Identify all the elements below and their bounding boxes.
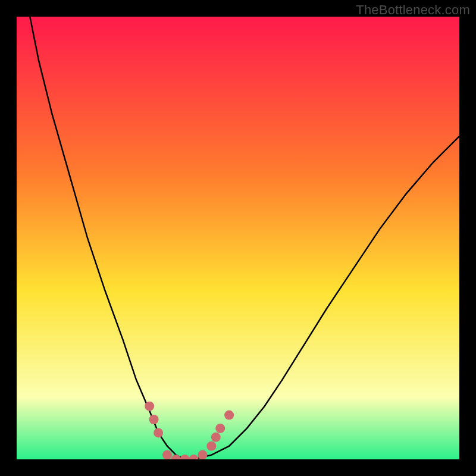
data-marker	[206, 441, 216, 451]
bottleneck-chart	[17, 17, 459, 459]
data-marker	[211, 433, 221, 442]
chart-frame: TheBottleneck.com	[0, 0, 476, 476]
data-marker	[224, 411, 234, 420]
data-marker	[215, 424, 225, 433]
data-marker	[198, 450, 208, 459]
data-marker	[154, 428, 163, 437]
plot-background	[17, 17, 459, 459]
data-marker	[162, 450, 172, 459]
watermark-text: TheBottleneck.com	[356, 2, 470, 18]
data-marker	[145, 402, 154, 411]
data-marker	[149, 415, 159, 424]
